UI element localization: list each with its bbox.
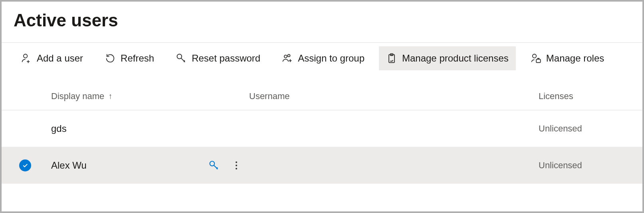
column-display-name[interactable]: Display name ↑ (42, 91, 249, 102)
checkmark-icon (19, 159, 31, 171)
row-checkbox[interactable] (2, 159, 42, 171)
add-user-button[interactable]: Add a user (14, 46, 90, 70)
row-display-name[interactable]: gds (42, 123, 249, 134)
reset-password-label: Reset password (192, 53, 260, 64)
assign-group-label: Assign to group (298, 53, 365, 64)
svg-point-0 (24, 54, 27, 58)
table-row[interactable]: gds Unlicensed (2, 110, 642, 147)
svg-point-6 (533, 54, 536, 58)
more-actions-icon[interactable] (236, 161, 237, 169)
manage-licenses-button[interactable]: Manage product licenses (379, 46, 516, 70)
row-display-name-text: Alex Wu (51, 160, 87, 171)
row-display-name[interactable]: Alex Wu (42, 160, 249, 171)
manage-roles-label: Manage roles (546, 53, 604, 64)
svg-point-1 (177, 54, 182, 59)
sort-ascending-icon: ↑ (108, 92, 112, 101)
svg-point-2 (284, 55, 287, 58)
key-icon (176, 52, 187, 65)
clipboard-icon (386, 52, 397, 65)
reset-password-button[interactable]: Reset password (168, 46, 268, 70)
active-users-panel: Active users Add a user Refresh Reset pa… (2, 2, 642, 211)
refresh-icon (105, 52, 116, 65)
column-username[interactable]: Username (249, 91, 539, 102)
refresh-button[interactable]: Refresh (97, 46, 161, 70)
manage-licenses-label: Manage product licenses (402, 53, 509, 64)
briefcase-person-icon (530, 52, 541, 65)
svg-point-3 (288, 54, 290, 57)
assign-group-button[interactable]: Assign to group (275, 46, 372, 70)
command-bar: Add a user Refresh Reset password Assign… (2, 42, 642, 74)
row-key-icon[interactable] (208, 160, 220, 171)
table-header: Display name ↑ Username Licenses (2, 82, 642, 110)
table-row[interactable]: Alex Wu Unlicensed (2, 147, 642, 184)
svg-rect-7 (536, 59, 541, 62)
column-display-name-label: Display name (51, 91, 104, 102)
add-user-label: Add a user (37, 53, 83, 64)
add-user-icon (21, 52, 32, 65)
row-actions (208, 160, 237, 171)
page-title: Active users (2, 2, 642, 42)
users-table: Display name ↑ Username Licenses gds Unl… (2, 82, 642, 184)
group-add-icon (282, 52, 293, 65)
refresh-label: Refresh (121, 53, 154, 64)
row-licenses: Unlicensed (539, 123, 642, 134)
manage-roles-button[interactable]: Manage roles (523, 46, 611, 70)
row-licenses: Unlicensed (539, 160, 642, 171)
column-licenses[interactable]: Licenses (539, 91, 642, 102)
